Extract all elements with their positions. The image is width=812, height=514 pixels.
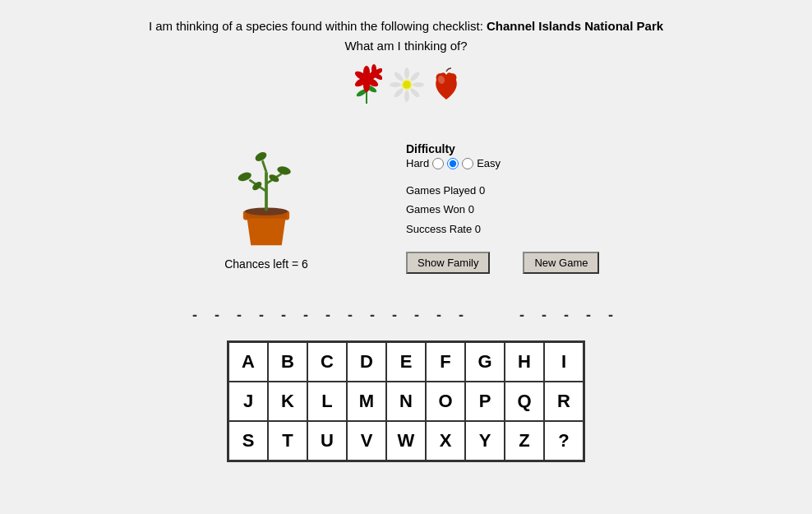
key-i[interactable]: I [544,342,584,382]
header-text: I am thinking of a species found within … [0,16,812,56]
games-played-label: Games Played [406,184,476,197]
success-rate-row: Success Rate 0 [406,220,620,238]
difficulty-label: Difficulty [406,142,620,155]
key-x[interactable]: X [426,421,465,461]
key-t[interactable]: T [268,421,307,461]
page-wrapper: I am thinking of a species found within … [0,0,812,479]
hard-label: Hard [406,157,429,169]
games-played-row: Games Played 0 [406,181,620,200]
keyboard-section: ABCDEFGHIJKLMNOPQRSTUVWXYZ? [0,340,812,462]
difficulty-row: Hard Easy [406,157,620,169]
medium-radio[interactable] [447,158,459,169]
games-won-label: Games Won [406,203,465,215]
svg-point-14 [404,67,409,79]
difficulty-section: Difficulty Hard Easy [406,142,620,169]
svg-point-16 [413,82,424,87]
header-location: Channel Islands National Park [487,19,663,33]
success-rate-num: 0 [475,223,481,235]
keyboard-row-0: ABCDEFGHI [228,342,584,382]
header-question: What am I thinking of? [344,39,467,53]
key-?[interactable]: ? [544,421,584,461]
header-section: I am thinking of a species found within … [0,8,812,118]
chances-value: 6 [302,257,308,271]
key-n[interactable]: N [386,382,426,421]
key-v[interactable]: V [347,421,386,461]
buttons-row: Show Family New Game [406,252,620,274]
word2-blanks: - - - - - [519,307,620,324]
key-k[interactable]: K [268,382,307,421]
key-g[interactable]: G [465,342,505,382]
key-h[interactable]: H [505,342,544,382]
svg-line-32 [262,160,266,172]
svg-point-13 [371,71,377,77]
key-a[interactable]: A [228,342,268,382]
key-z[interactable]: Z [505,421,544,461]
hard-radio[interactable] [432,158,444,169]
key-r[interactable]: R [544,382,584,421]
key-f[interactable]: F [426,342,465,382]
key-y[interactable]: Y [465,421,505,461]
species-icons-row [0,64,812,105]
word-display-section: - - - - - - - - - - - - - - - - - - [0,299,812,332]
key-s[interactable]: S [228,421,268,461]
svg-point-35 [254,150,269,164]
keyboard-row-2: STUVWXYZ? [228,421,584,461]
right-panel: Difficulty Hard Easy Games Played 0 Game… [406,134,620,274]
games-won-row: Games Won 0 [406,200,620,219]
keyboard-row-1: JKLMNOPQR [228,382,584,421]
new-game-button[interactable]: New Game [523,252,599,274]
stats-section: Games Played 0 Games Won 0 Success Rate … [406,181,620,238]
svg-point-20 [390,82,401,87]
chances-display: Chances left = 6 [224,257,308,271]
svg-point-23 [403,81,411,89]
easy-label: Easy [477,157,501,169]
key-e[interactable]: E [386,342,426,382]
plant-svg [217,126,316,249]
red-flower-icon [351,64,382,105]
svg-marker-25 [247,219,286,246]
key-m[interactable]: M [347,382,386,421]
apple-icon [431,67,461,103]
plant-display [217,134,316,249]
key-p[interactable]: P [465,382,505,421]
chances-label: Chances left = [224,257,302,271]
key-j[interactable]: J [228,382,268,421]
key-w[interactable]: W [386,421,426,461]
key-u[interactable]: U [307,421,347,461]
header-prefix: I am thinking of a species found within … [149,19,487,33]
key-c[interactable]: C [307,342,347,382]
key-o[interactable]: O [426,382,465,421]
games-won-num: 0 [468,203,474,215]
keyboard-grid: ABCDEFGHIJKLMNOPQRSTUVWXYZ? [227,340,585,462]
key-d[interactable]: D [347,342,386,382]
word1-blanks: - - - - - - - - - - - - - [192,307,470,324]
main-content: Chances left = 6 Difficulty Hard Easy Ga… [0,118,812,282]
easy-radio[interactable] [462,158,473,169]
success-rate-label: Success Rate [406,223,472,235]
games-played-num: 0 [479,184,485,197]
show-family-button[interactable]: Show Family [406,252,490,274]
svg-point-9 [362,75,371,83]
white-flower-icon [389,67,425,103]
key-l[interactable]: L [307,382,347,421]
svg-point-18 [404,90,409,102]
left-panel: Chances left = 6 [192,134,340,271]
key-q[interactable]: Q [505,382,544,421]
key-b[interactable]: B [268,342,307,382]
